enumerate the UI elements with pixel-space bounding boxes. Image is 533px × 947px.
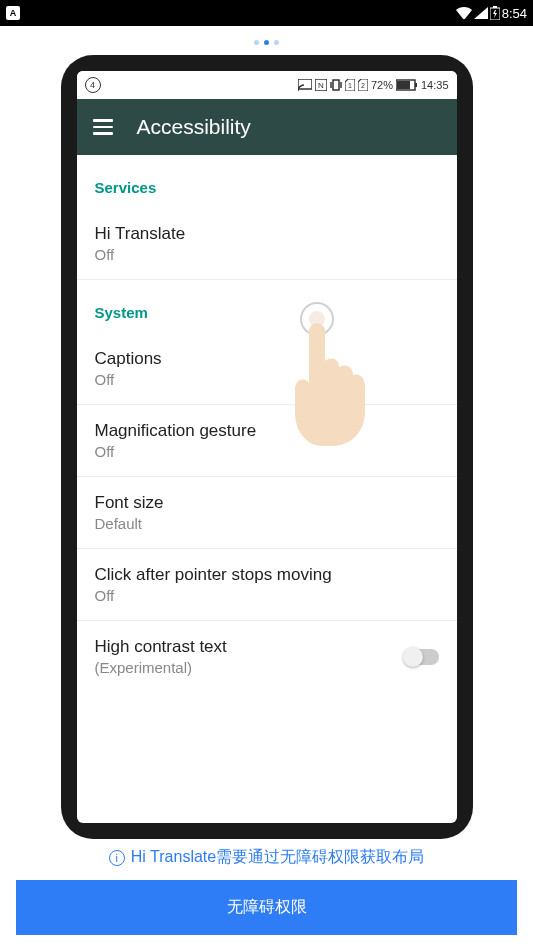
svg-rect-5 [333, 80, 339, 90]
section-header-system: System [77, 280, 457, 333]
info-icon: i [109, 850, 125, 866]
dot-active [264, 40, 269, 45]
pagination-dots [0, 26, 533, 55]
sim2-icon: 2 [358, 79, 368, 91]
sim-indicator-icon: 4 [85, 77, 101, 93]
svg-text:1: 1 [348, 82, 352, 89]
item-title: Captions [95, 349, 439, 369]
item-subtitle: Off [95, 371, 439, 388]
info-message: i Hi Translate需要通过无障碍权限获取布局 [0, 835, 533, 880]
sim1-icon: 1 [345, 79, 355, 91]
list-item-captions[interactable]: Captions Off [77, 333, 457, 405]
nfc-icon: N [315, 79, 327, 91]
outer-status-bar: A 8:54 [0, 0, 533, 26]
toggle-switch[interactable] [405, 649, 439, 665]
item-subtitle: Off [95, 443, 439, 460]
item-title: Click after pointer stops moving [95, 565, 439, 585]
item-subtitle: Off [95, 587, 439, 604]
battery-icon [396, 79, 418, 91]
svg-rect-1 [493, 6, 497, 8]
item-subtitle: Off [95, 246, 439, 263]
list-item-font-size[interactable]: Font size Default [77, 477, 457, 549]
item-title: High contrast text [95, 637, 439, 657]
wifi-icon [456, 7, 472, 19]
app-badge-icon: A [6, 6, 20, 20]
battery-charging-icon [490, 6, 500, 20]
item-subtitle: (Experimental) [95, 659, 439, 676]
settings-content: Services Hi Translate Off System Caption… [77, 155, 457, 692]
item-title: Magnification gesture [95, 421, 439, 441]
svg-rect-12 [415, 83, 417, 87]
hamburger-menu-icon[interactable] [93, 119, 113, 135]
svg-text:N: N [318, 81, 324, 90]
item-subtitle: Default [95, 515, 439, 532]
cast-icon [298, 79, 312, 91]
dot [254, 40, 259, 45]
svg-text:2: 2 [361, 82, 365, 89]
list-item-high-contrast[interactable]: High contrast text (Experimental) [77, 621, 457, 692]
inner-time: 14:35 [421, 79, 449, 91]
phone-screen: 4 N 1 2 72% 14:35 Accessibility Services [77, 71, 457, 823]
accessibility-permission-button[interactable]: 无障碍权限 [16, 880, 517, 935]
section-header-services: Services [77, 155, 457, 208]
svg-rect-11 [397, 81, 410, 89]
app-bar: Accessibility [77, 99, 457, 155]
outer-time: 8:54 [502, 6, 527, 21]
info-text: Hi Translate需要通过无障碍权限获取布局 [131, 847, 424, 868]
page-title: Accessibility [137, 115, 251, 139]
dot [274, 40, 279, 45]
inner-status-bar: 4 N 1 2 72% 14:35 [77, 71, 457, 99]
bottom-area: i Hi Translate需要通过无障碍权限获取布局 无障碍权限 [0, 835, 533, 947]
vibrate-icon [330, 79, 342, 91]
item-title: Font size [95, 493, 439, 513]
inner-battery-pct: 72% [371, 79, 393, 91]
phone-mockup: 4 N 1 2 72% 14:35 Accessibility Services [61, 55, 473, 839]
signal-icon [474, 7, 488, 19]
list-item-hi-translate[interactable]: Hi Translate Off [77, 208, 457, 280]
item-title: Hi Translate [95, 224, 439, 244]
list-item-magnification[interactable]: Magnification gesture Off [77, 405, 457, 477]
list-item-click-delay[interactable]: Click after pointer stops moving Off [77, 549, 457, 621]
svg-rect-2 [298, 79, 312, 89]
